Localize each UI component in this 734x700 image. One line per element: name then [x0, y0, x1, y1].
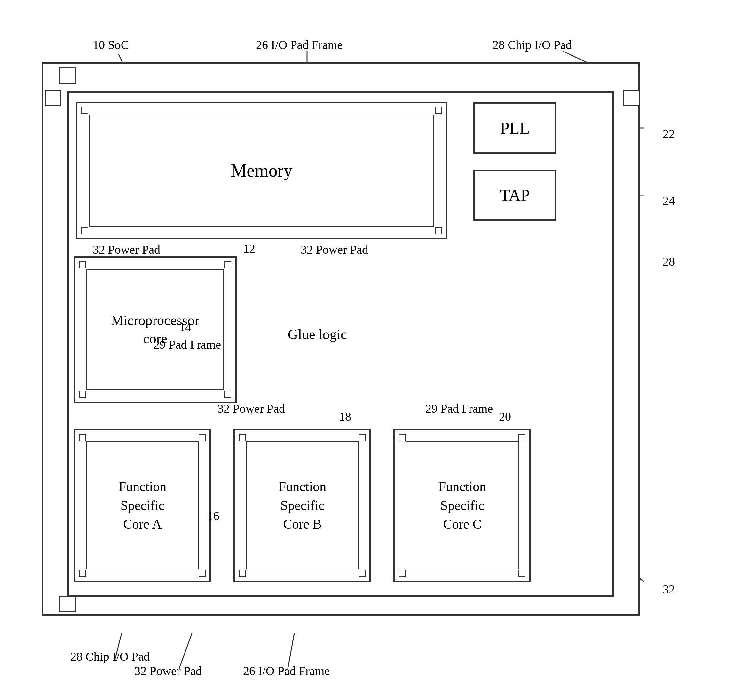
memory-ref-label: 12	[243, 241, 255, 256]
fsc-a-label: FunctionSpecificCore A	[119, 477, 166, 534]
corner-sq	[518, 570, 526, 577]
svg-line-21	[288, 634, 294, 669]
corner-sq	[358, 434, 366, 441]
fsc-b-label: FunctionSpecificCore B	[279, 477, 326, 534]
io-pad-frame-bottom-label: 26 I/O Pad Frame	[243, 664, 330, 678]
corner-sq	[518, 434, 526, 441]
corner-sq	[239, 570, 246, 577]
corner-sq	[79, 570, 86, 577]
io-pad-frame-top-label: 26 I/O Pad Frame	[256, 38, 342, 52]
corner-sq	[79, 434, 86, 441]
fsc-c-label: FunctionSpecificCore C	[439, 477, 486, 534]
tap-label: TAP	[500, 186, 530, 205]
corner-sq-br	[435, 227, 442, 234]
power-pad-bottom-label: 32 Power Pad	[134, 664, 202, 678]
glue-logic-label: Glue logic	[288, 326, 347, 343]
power-pad-1-label: 32 Power Pad	[93, 243, 160, 257]
power-pad-3-label: 32 Power Pad	[217, 401, 285, 416]
fsc-a-block-inner: FunctionSpecificCore A	[86, 441, 199, 569]
tap-block: TAP	[473, 169, 556, 221]
memory-label: Memory	[231, 160, 293, 181]
power-pad-2-label: 32 Power Pad	[301, 243, 368, 257]
pad-sq	[623, 90, 640, 106]
fsc-b-ref-label: 18	[339, 409, 351, 424]
ref-32: 32	[663, 582, 675, 596]
fsc-c-block-inner: FunctionSpecificCore C	[405, 441, 519, 569]
pad-frame-2-label: 29 Pad Frame	[425, 401, 493, 416]
pll-label: PLL	[500, 119, 530, 138]
corner-sq	[199, 434, 206, 441]
corner-sq	[358, 570, 366, 577]
pad-sq	[45, 90, 62, 106]
soc-label: 10 SoC	[93, 38, 129, 52]
ref-28: 28	[663, 254, 675, 268]
corner-sq	[199, 570, 206, 577]
micro-ref-label: 14	[179, 320, 191, 334]
fsc-c-ref-label: 20	[499, 409, 511, 424]
corner-sq	[224, 261, 231, 268]
chip-io-pad-top-label: 28 Chip I/O Pad	[493, 38, 572, 52]
corner-sq	[79, 261, 86, 268]
fsc-b-block-inner: FunctionSpecificCore B	[246, 441, 359, 569]
corner-sq	[399, 434, 406, 441]
corner-sq	[399, 570, 406, 577]
memory-block-inner: Memory	[89, 115, 435, 226]
pad-frame-1-label: 29 Pad Frame	[154, 338, 221, 351]
corner-sq-tl	[81, 107, 88, 114]
corner-sq	[239, 434, 246, 441]
pad-sq	[59, 596, 76, 612]
chip-io-pad-bottom-label: 28 Chip I/O Pad	[70, 650, 150, 663]
corner-sq-bl	[81, 227, 88, 234]
corner-sq	[79, 391, 86, 398]
microprocessor-block-inner: Microprocessorcore	[87, 269, 224, 390]
corner-sq-tr	[435, 107, 442, 114]
pad-sq	[59, 67, 76, 84]
ref-24: 24	[663, 194, 675, 207]
fsc-a-ref-label: 16	[207, 509, 219, 523]
svg-line-20	[179, 634, 192, 669]
pll-block: PLL	[473, 102, 556, 154]
ref-22: 22	[663, 127, 675, 141]
corner-sq	[224, 391, 231, 398]
